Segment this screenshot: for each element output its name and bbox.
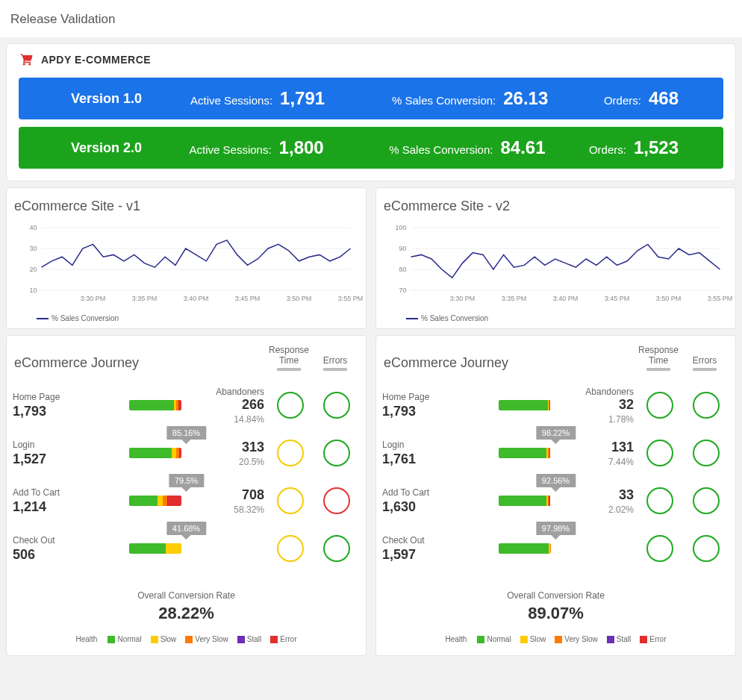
col-response-time: Response Time: [635, 345, 682, 371]
response-time-indicator[interactable]: [277, 440, 304, 466]
metric-conversion: % Sales Conversion:84.61: [389, 137, 582, 158]
journey-panel: eCommerce JourneyResponse TimeErrorsHome…: [375, 335, 736, 656]
stage-name: Check Out: [382, 535, 472, 546]
errors-indicator[interactable]: [693, 535, 720, 562]
svg-text:3:45 PM: 3:45 PM: [235, 295, 261, 302]
summary-row-1[interactable]: Version 1.0Active Sessions:1,791% Sales …: [19, 78, 723, 119]
errors-indicator[interactable]: [693, 440, 720, 466]
abandon-count: 708: [208, 487, 264, 503]
svg-text:3:35 PM: 3:35 PM: [132, 295, 158, 302]
col-response-time: Response Time: [266, 345, 312, 371]
svg-text:80: 80: [399, 266, 406, 273]
stage-name: Add To Cart: [382, 487, 472, 498]
funnel-bar: [129, 400, 181, 410]
chart-legend: % Sales Conversion: [376, 313, 735, 328]
abandon-count: 266: [208, 397, 264, 413]
overall-conversion: Overall Conversion Rate28.22%: [7, 572, 366, 629]
response-time-indicator[interactable]: [277, 487, 304, 514]
stage-count: 1,761: [382, 451, 472, 467]
stage-count: 1,597: [382, 547, 472, 563]
response-time-indicator[interactable]: [646, 392, 673, 419]
svg-text:3:50 PM: 3:50 PM: [287, 295, 312, 302]
abandon-pct: 1.78%: [577, 414, 634, 425]
svg-text:3:40 PM: 3:40 PM: [184, 295, 209, 302]
errors-indicator[interactable]: [323, 392, 350, 419]
col-errors: Errors: [312, 355, 358, 371]
connector-badge: 97.98%: [536, 522, 576, 535]
stage-count: 1,527: [13, 451, 102, 467]
version-name: Version 2.0: [26, 140, 190, 156]
abandon-pct: 7.44%: [577, 457, 634, 467]
stage-count: 1,793: [13, 404, 102, 419]
errors-indicator[interactable]: [323, 535, 350, 562]
metric-orders: Orders:1,523: [589, 137, 708, 158]
stage-name: Home Page: [13, 392, 102, 402]
funnel-bar: [499, 543, 551, 554]
svg-text:30: 30: [29, 245, 37, 252]
connector-badge: 41.68%: [166, 522, 206, 535]
svg-text:3:55 PM: 3:55 PM: [708, 295, 732, 302]
abandoners-label: Abandoners: [208, 387, 264, 397]
response-time-indicator[interactable]: [646, 440, 673, 466]
errors-indicator[interactable]: [323, 440, 350, 466]
stage-count: 1,793: [382, 404, 472, 419]
stage-name: Add To Cart: [13, 487, 102, 498]
funnel-bar: [129, 543, 181, 554]
svg-text:3:45 PM: 3:45 PM: [605, 295, 630, 302]
svg-text:3:35 PM: 3:35 PM: [502, 295, 527, 302]
line-chart: 7080901003:30 PM3:35 PM3:40 PM3:45 PM3:5…: [379, 223, 732, 305]
errors-indicator[interactable]: [323, 487, 350, 514]
funnel-bar: [499, 496, 551, 506]
journey-title: eCommerce Journey: [384, 355, 635, 371]
metric-sessions: Active Sessions:1,791: [190, 88, 384, 109]
journey-panel: eCommerce JourneyResponse TimeErrorsHome…: [6, 335, 367, 656]
abandon-pct: 2.02%: [577, 504, 634, 515]
cart-icon: [20, 53, 34, 69]
col-errors: Errors: [682, 355, 728, 371]
overall-conversion: Overall Conversion Rate89.07%: [376, 572, 735, 629]
stage-count: 1,630: [382, 499, 472, 515]
abandon-pct: 14.84%: [208, 414, 264, 425]
connector-badge: 98.22%: [536, 426, 576, 440]
health-legend: HealthNormalSlowVery SlowStallError: [7, 629, 366, 648]
connector-badge: 92.56%: [536, 474, 576, 487]
abandon-count: 131: [577, 440, 634, 455]
response-time-indicator[interactable]: [646, 535, 673, 562]
svg-text:70: 70: [399, 287, 406, 294]
metric-conversion: % Sales Conversion:26.13: [392, 88, 586, 109]
svg-text:40: 40: [29, 224, 37, 231]
svg-text:10: 10: [29, 287, 37, 294]
health-legend: HealthNormalSlowVery SlowStallError: [376, 629, 735, 648]
svg-text:20: 20: [29, 266, 37, 273]
errors-indicator[interactable]: [693, 392, 720, 419]
abandon-count: 32: [577, 397, 634, 413]
version-name: Version 1.0: [26, 91, 190, 107]
errors-indicator[interactable]: [693, 487, 720, 514]
metric-orders: Orders:468: [593, 88, 708, 109]
chart-title: eCommerce Site - v1: [7, 188, 366, 219]
column-2: eCommerce Site - v27080901003:30 PM3:35 …: [375, 187, 736, 656]
page-title: Release Validation: [0, 0, 742, 37]
svg-text:3:30 PM: 3:30 PM: [81, 295, 106, 302]
stage-name: Home Page: [382, 392, 472, 402]
funnel-bar: [499, 400, 551, 410]
response-time-indicator[interactable]: [277, 535, 304, 562]
summary-row-2[interactable]: Version 2.0Active Sessions:1,800% Sales …: [19, 127, 723, 169]
stage-count: 506: [13, 547, 102, 563]
abandon-count: 313: [208, 440, 264, 455]
column-1: eCommerce Site - v1102030403:30 PM3:35 P…: [6, 187, 367, 656]
response-time-indicator[interactable]: [277, 392, 304, 419]
stage-name: Login: [13, 440, 102, 450]
chart-panel: eCommerce Site - v1102030403:30 PM3:35 P…: [6, 187, 367, 329]
abandon-pct: 20.5%: [208, 457, 264, 467]
connector-badge: 85.16%: [166, 426, 206, 440]
response-time-indicator[interactable]: [646, 487, 673, 514]
journey-row: Home Page1,793Abandoners26614.84%: [13, 381, 360, 429]
svg-text:100: 100: [395, 224, 406, 231]
funnel-bar: [129, 496, 181, 506]
journey-row: Home Page1,793Abandoners321.78%: [382, 381, 729, 429]
funnel-bar: [499, 448, 551, 458]
summary-card: APDY E-COMMERCE Version 1.0Active Sessio…: [6, 43, 736, 181]
chart-legend: % Sales Conversion: [7, 313, 366, 328]
svg-text:3:40 PM: 3:40 PM: [553, 295, 579, 302]
